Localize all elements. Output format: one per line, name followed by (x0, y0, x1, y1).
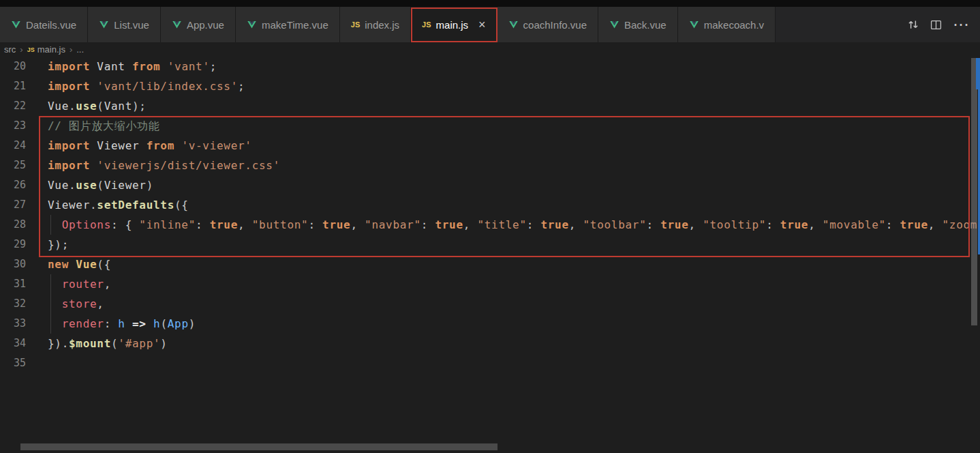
code-token: 'vant/lib/index.css' (97, 80, 238, 93)
code-token: h (153, 317, 160, 330)
code-editor[interactable]: 20import Vant from 'vant';21import 'vant… (0, 57, 980, 453)
line-number[interactable]: 32 (0, 294, 39, 314)
tab-label: Dateils.vue (26, 19, 76, 31)
line-number[interactable]: 31 (0, 274, 39, 294)
code-line[interactable]: 28 Options: { "inline": true, "button": … (0, 215, 980, 235)
tab-label: main.js (436, 19, 469, 31)
code-text: import 'vant/lib/index.css'; (39, 76, 245, 96)
code-line[interactable]: 30new Vue({ (0, 254, 980, 274)
vertical-scrollbar-thumb[interactable] (971, 58, 977, 325)
code-line[interactable]: 22Vue.use(Vant); (0, 96, 980, 116)
code-token: Viewer (97, 139, 139, 152)
line-number[interactable]: 27 (0, 195, 39, 215)
breadcrumb-separator: › (20, 44, 22, 55)
code-token: Vant (97, 60, 125, 73)
vscode-window: Dateils.vueList.vueApp.vuemakeTime.vueJS… (0, 0, 980, 453)
code-text: Viewer.setDefaults({ (39, 195, 189, 215)
code-token: new (48, 258, 69, 271)
line-number[interactable]: 20 (0, 57, 39, 76)
code-token: . (69, 179, 76, 192)
code-line[interactable]: 26Vue.use(Viewer) (0, 175, 980, 195)
code-line[interactable]: 34}).$mount('#app') (0, 334, 980, 353)
js-file-icon: JS (351, 20, 360, 29)
breadcrumb-item-label: main.js (37, 44, 65, 55)
code-token (90, 139, 97, 152)
tab-index-js[interactable]: JSindex.js (340, 7, 411, 42)
code-text: }).$mount('#app') (39, 334, 168, 353)
more-actions-icon[interactable]: ⋯ (953, 20, 969, 29)
code-token: , (350, 218, 365, 231)
line-number[interactable]: 23 (0, 116, 39, 136)
code-token: , (808, 218, 823, 231)
line-number[interactable]: 25 (0, 156, 39, 175)
code-token: : (421, 218, 435, 231)
tab-maketime-vue[interactable]: makeTime.vue (236, 7, 340, 42)
line-number[interactable]: 24 (0, 136, 39, 156)
code-token: ( (160, 317, 167, 330)
close-tab-icon[interactable]: × (478, 18, 486, 31)
code-token: }); (48, 238, 69, 251)
code-line[interactable]: 20import Vant from 'vant'; (0, 57, 980, 76)
vue-file-icon (609, 20, 619, 30)
code-line[interactable]: 21import 'vant/lib/index.css'; (0, 76, 980, 96)
line-number[interactable]: 28 (0, 215, 39, 235)
code-line[interactable]: 31 router, (0, 274, 980, 294)
horizontal-scrollbar-thumb[interactable] (20, 443, 497, 450)
code-line[interactable]: 27Viewer.setDefaults({ (0, 195, 980, 215)
code-token (90, 80, 97, 93)
line-number[interactable]: 35 (0, 353, 39, 373)
code-text: import Viewer from 'v-viewer' (39, 136, 252, 156)
code-token: { (125, 218, 140, 231)
code-token: Options (62, 218, 111, 231)
code-token: . (90, 199, 97, 211)
code-token: Viewer (104, 179, 147, 192)
open-changes-icon[interactable] (907, 18, 919, 31)
breadcrumb: src›JSmain.js›... (0, 42, 980, 57)
tab-dateils-vue[interactable]: Dateils.vue (0, 7, 88, 42)
code-line[interactable]: 23// 图片放大缩小功能 (0, 116, 980, 136)
code-line[interactable]: 32 store, (0, 294, 980, 314)
code-text: router, (39, 274, 111, 294)
line-number[interactable]: 34 (0, 334, 39, 353)
line-number[interactable]: 22 (0, 96, 39, 116)
code-line[interactable]: 29}); (0, 235, 980, 254)
code-line[interactable]: 33 render: h => h(App) (0, 314, 980, 334)
code-text: import 'viewerjs/dist/viewer.css' (39, 156, 280, 175)
line-number[interactable]: 30 (0, 254, 39, 274)
code-token: 'vant' (168, 60, 210, 73)
breadcrumb-item[interactable]: JSmain.js (27, 44, 65, 55)
code-token: Viewer (48, 199, 90, 211)
code-token (125, 317, 132, 330)
tab-label: coachInfo.vue (523, 19, 587, 31)
code-token: Vue (76, 258, 97, 271)
tab-main-js[interactable]: JSmain.js× (411, 7, 497, 42)
breadcrumb-item[interactable]: ... (76, 44, 84, 55)
code-text: Vue.use(Viewer) (39, 175, 153, 195)
breadcrumb-item[interactable]: src (4, 44, 16, 55)
split-editor-icon[interactable] (930, 19, 942, 31)
line-number[interactable]: 33 (0, 314, 39, 334)
code-token: ( (97, 100, 104, 113)
line-number[interactable]: 21 (0, 76, 39, 96)
code-line[interactable]: 24import Viewer from 'v-viewer' (0, 136, 980, 156)
vertical-scrollbar[interactable] (970, 57, 980, 453)
code-text: // 图片放大缩小功能 (39, 116, 160, 136)
tab-back-vue[interactable]: Back.vue (598, 7, 678, 42)
code-token: , (238, 218, 252, 231)
code-line[interactable]: 25import 'viewerjs/dist/viewer.css' (0, 156, 980, 175)
code-text: import Vant from 'vant'; (39, 57, 217, 76)
code-token: true (660, 218, 688, 231)
vue-file-icon (247, 20, 257, 30)
code-token: 'v-viewer' (181, 139, 251, 152)
code-line[interactable]: 35 (0, 353, 980, 373)
tab-list-vue[interactable]: List.vue (88, 7, 161, 42)
line-number[interactable]: 26 (0, 175, 39, 195)
tab-app-vue[interactable]: App.vue (161, 7, 236, 42)
code-token: true (210, 218, 238, 231)
tab-makecoach-v[interactable]: makecoach.v (678, 7, 776, 42)
code-token: '#app' (118, 337, 160, 350)
indent-guide (50, 274, 51, 294)
code-text: store, (39, 294, 104, 314)
tab-coachinfo-vue[interactable]: coachInfo.vue (497, 7, 598, 42)
line-number[interactable]: 29 (0, 235, 39, 254)
